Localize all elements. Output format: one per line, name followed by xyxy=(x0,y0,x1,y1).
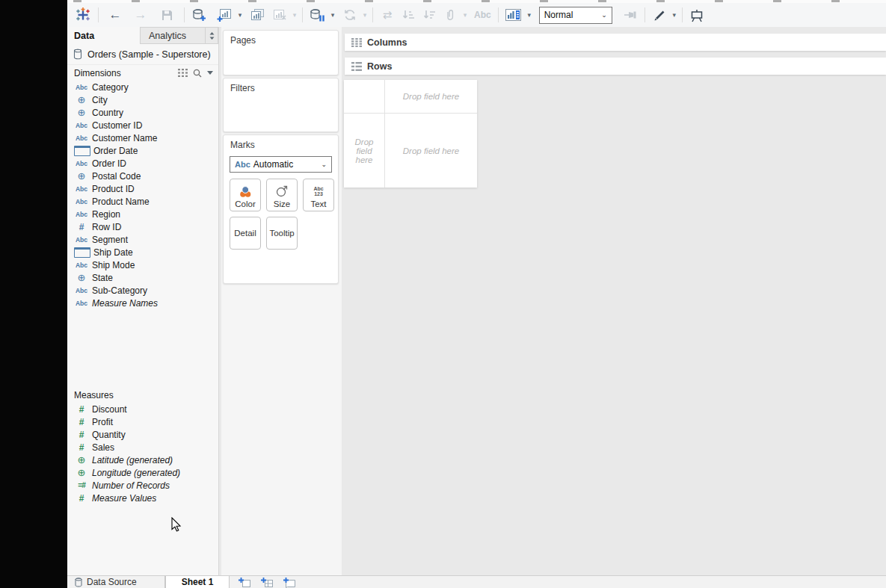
field-row[interactable]: Longitude (generated) xyxy=(67,466,218,479)
tab-analytics[interactable]: Analytics xyxy=(140,27,206,44)
save-icon[interactable] xyxy=(156,5,177,25)
field-row[interactable]: Product Name xyxy=(67,195,218,208)
new-worksheet-tab-icon[interactable] xyxy=(239,578,251,588)
tableau-logo-icon[interactable] xyxy=(72,5,94,25)
field-row[interactable]: Customer ID xyxy=(67,119,218,131)
rows-shelf-label: Rows xyxy=(367,61,392,72)
highlight-pen-icon[interactable] xyxy=(649,5,670,25)
toolbar: Abc Normal xyxy=(67,3,886,28)
field-label: Country xyxy=(92,108,123,118)
field-row[interactable]: City xyxy=(67,93,218,106)
drop-target-corner[interactable] xyxy=(344,80,385,114)
field-row[interactable]: Ship Mode xyxy=(67,259,218,271)
add-datasource-icon[interactable] xyxy=(188,5,209,25)
hash-icon xyxy=(74,493,89,504)
detail-button[interactable]: Detail xyxy=(230,217,261,250)
group-members-dropdown-icon[interactable] xyxy=(461,11,469,19)
redo-icon[interactable] xyxy=(130,5,151,25)
duplicate-sheet-icon[interactable] xyxy=(247,5,268,25)
run-update-dropdown-icon[interactable] xyxy=(361,11,369,19)
size-button[interactable]: Size xyxy=(266,179,298,211)
abc-icon xyxy=(74,236,89,244)
undo-icon[interactable] xyxy=(105,5,126,25)
pause-updates-dropdown-icon[interactable] xyxy=(329,11,336,19)
fields-menu-caret-icon[interactable] xyxy=(207,71,213,75)
field-row[interactable]: Latitude (generated) xyxy=(67,454,218,466)
clear-sheet-dropdown-icon[interactable] xyxy=(291,11,298,19)
clear-sheet-icon[interactable] xyxy=(269,5,290,25)
field-label: Ship Mode xyxy=(92,260,135,270)
pages-shelf[interactable]: Pages xyxy=(223,30,339,75)
columns-icon xyxy=(351,38,362,47)
new-story-icon[interactable] xyxy=(283,578,296,588)
rows-shelf[interactable]: Rows xyxy=(345,58,886,75)
field-row[interactable]: Segment xyxy=(67,233,218,246)
swap-rows-columns-icon[interactable] xyxy=(377,5,398,25)
field-row[interactable]: Measure Names xyxy=(67,297,218,309)
globe-icon xyxy=(74,272,89,283)
field-row[interactable]: Ship Date xyxy=(67,246,218,259)
new-worksheet-icon[interactable] xyxy=(214,5,236,25)
sort-descending-icon[interactable] xyxy=(419,5,440,25)
tab-sheet1[interactable]: Sheet 1 xyxy=(165,576,230,588)
view-as-grid-icon[interactable] xyxy=(178,69,188,77)
field-row[interactable]: Order ID xyxy=(67,157,218,170)
dimensions-label: Dimensions xyxy=(74,68,121,78)
field-row[interactable]: Order Date xyxy=(67,144,218,157)
datasource-item[interactable]: Orders (Sample - Superstore) xyxy=(67,44,218,65)
field-label: Latitude (generated) xyxy=(92,455,173,465)
field-row[interactable]: Row ID xyxy=(67,220,218,233)
tooltip-button[interactable]: Tooltip xyxy=(266,217,298,250)
hash-icon xyxy=(74,404,89,415)
highlight-dropdown-icon[interactable] xyxy=(671,11,678,19)
abc-icon xyxy=(74,261,89,269)
field-row[interactable]: Postal Code xyxy=(67,170,218,182)
field-row[interactable]: Category xyxy=(67,81,218,93)
drop-target-columns[interactable]: Drop field here xyxy=(385,80,477,114)
show-me-icon[interactable] xyxy=(502,5,525,25)
drop-target-rows[interactable]: Drop field here xyxy=(344,114,385,188)
field-row[interactable]: Region xyxy=(67,208,218,220)
field-row[interactable]: Country xyxy=(67,106,218,119)
color-button[interactable]: Color xyxy=(230,179,261,211)
abc-icon xyxy=(74,300,89,307)
field-row[interactable]: Number of Records xyxy=(67,479,218,492)
group-members-icon[interactable] xyxy=(440,5,461,25)
marks-card: Marks Abc Automatic Color xyxy=(223,134,339,284)
dimensions-list: Category City Country Customer ID xyxy=(67,81,218,309)
text-button[interactable]: Abc 123 Text xyxy=(303,179,334,211)
pause-auto-updates-icon[interactable] xyxy=(307,5,328,25)
fit-mode-dropdown[interactable]: Normal xyxy=(539,7,612,24)
field-row[interactable]: Quantity xyxy=(67,428,218,441)
abc-icon: Abc xyxy=(235,160,250,169)
sort-ascending-icon[interactable] xyxy=(398,5,419,25)
run-update-icon[interactable] xyxy=(339,5,360,25)
field-row[interactable]: Sales xyxy=(67,441,218,454)
mark-type-dropdown[interactable]: Abc Automatic xyxy=(230,156,332,173)
field-label: Category xyxy=(92,82,129,93)
field-label: Customer Name xyxy=(92,133,157,143)
globe-icon xyxy=(74,94,89,105)
presentation-mode-icon[interactable] xyxy=(686,5,707,25)
filters-shelf[interactable]: Filters xyxy=(223,78,339,132)
field-row[interactable]: Product ID xyxy=(67,182,218,195)
show-me-dropdown-icon[interactable] xyxy=(526,11,533,19)
field-row[interactable]: Sub-Category xyxy=(67,284,218,297)
field-row[interactable]: State xyxy=(67,271,218,284)
field-row[interactable]: Discount xyxy=(67,403,218,415)
new-worksheet-dropdown-icon[interactable] xyxy=(236,11,244,19)
columns-shelf-label: Columns xyxy=(367,37,407,48)
tab-data[interactable]: Data xyxy=(67,27,140,44)
fix-axes-pin-icon[interactable] xyxy=(620,5,641,25)
field-row[interactable]: Profit xyxy=(67,415,218,428)
field-row[interactable]: Customer Name xyxy=(67,131,218,144)
show-mark-labels-icon[interactable]: Abc xyxy=(471,5,494,25)
pane-collapse-icon[interactable] xyxy=(206,27,218,44)
field-row[interactable]: Measure Values xyxy=(67,492,218,504)
tab-data-source[interactable]: Data Source xyxy=(67,576,164,588)
columns-shelf[interactable]: Columns xyxy=(345,34,886,51)
field-label: Postal Code xyxy=(92,171,141,182)
drop-target-body[interactable]: Drop field here xyxy=(385,114,477,188)
search-icon[interactable] xyxy=(193,69,202,78)
new-dashboard-icon[interactable] xyxy=(261,578,274,588)
